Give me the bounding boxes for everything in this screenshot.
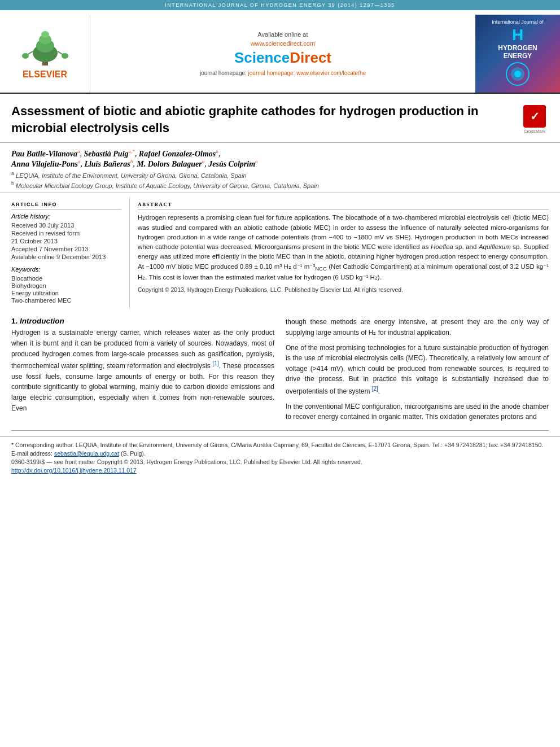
authors-line: Pau Batlle-Vilanovaa, Sebastià Puiga,*, … [11, 148, 549, 168]
keywords-label: Keywords: [11, 266, 121, 273]
history-item-1: Received 30 July 2013 [11, 222, 121, 229]
author-rafael: Rafael Gonzalez-Olmos [139, 150, 216, 158]
author-lluis: Lluís Bañeras [84, 159, 130, 168]
affiliation-b: b Molecular Microbial Ecology Group, Ins… [11, 181, 549, 189]
journal-logo-h: H [512, 26, 523, 44]
abstract-col: ABSTRACT Hydrogen represents a promising… [130, 197, 554, 309]
journal-homepage: journal homepage: journal homepage: www.… [200, 70, 366, 76]
journal-logo-area: International Journal of H HYDROGEN ENER… [475, 15, 560, 93]
svg-point-7 [22, 53, 29, 59]
ref-2[interactable]: [2] [372, 386, 378, 392]
journal-logo-intl: International Journal of [492, 19, 544, 26]
issn-footnote: 0360-3199/$ — see front matter Copyright… [11, 458, 549, 465]
article-title: Assessment of biotic and abiotic graphit… [11, 103, 514, 136]
journal-logo-hydrogen: HYDROGEN [498, 44, 537, 52]
history-item-5: Available online 9 December 2013 [11, 254, 121, 260]
article-history-label: Article history: [11, 213, 121, 220]
crossmark-label: CrossMark [524, 129, 546, 134]
crossmark-badge: ✓ CrossMark [520, 103, 549, 134]
article-title-text: Assessment of biotic and abiotic graphit… [11, 103, 514, 136]
keyword-1: Biocathode [11, 275, 121, 282]
email-footnote: E-mail address: sebastia@lequia.udg.cat … [11, 450, 549, 457]
keyword-3: Energy utilization [11, 290, 121, 296]
doi-link[interactable]: http://dx.doi.org/10.1016/j.ijhydene.201… [11, 467, 137, 474]
abstract-copyright: Copyright © 2013, Hydrogen Energy Public… [138, 286, 549, 293]
sciencedirect-url: www.sciencedirect.com [251, 39, 315, 48]
elsevier-tree-icon [20, 28, 71, 67]
body-right-col: though these methods are energy intensiv… [286, 317, 549, 426]
intro-paragraph-4: In the conventional MEC configuration, m… [286, 401, 549, 422]
abstract-text: Hydrogen represents a promising clean fu… [138, 213, 549, 282]
article-body: 1. Introduction Hydrogen is a sustainabl… [0, 309, 560, 426]
ref-1[interactable]: [1] [212, 360, 218, 366]
keyword-4: Two-chambered MEC [11, 297, 121, 304]
section-1-number: 1. Introduction [11, 317, 274, 325]
article-title-section: Assessment of biotic and abiotic graphit… [0, 94, 560, 142]
svg-point-8 [62, 53, 68, 59]
author-anna: Anna Vilajeliu-Pons [11, 159, 78, 168]
article-info-col: ARTICLE INFO Article history: Received 3… [6, 197, 130, 309]
authors-section: Pau Batlle-Vilanovaa, Sebastià Puiga,*, … [0, 143, 560, 193]
intro-paragraph-3: One of the most promising technologies f… [286, 343, 549, 397]
intro-paragraph-2: though these methods are energy intensiv… [286, 317, 549, 338]
journal-header: ELSEVIER Available online at www.science… [0, 10, 560, 94]
journal-logo-graphic [504, 60, 532, 88]
keyword-2: Biohydrogen [11, 282, 121, 289]
journal-center-info: Available online at www.sciencedirect.co… [90, 15, 475, 93]
journal-banner-text: INTERNATIONAL JOURNAL OF HYDROGEN ENERGY… [165, 2, 395, 8]
author-dolors: M. Dolors Balaguer [137, 159, 202, 168]
journal-logo-energy: ENERGY [504, 52, 532, 60]
footnote-divider [11, 430, 549, 431]
svg-point-11 [514, 71, 521, 77]
sciencedirect-logo: ScienceDirect [234, 49, 331, 67]
crossmark-icon: ✓ [523, 105, 546, 128]
article-info-abstract-section: ARTICLE INFO Article history: Received 3… [0, 197, 560, 309]
history-item-2: Received in revised form [11, 230, 121, 237]
svg-point-4 [41, 31, 49, 38]
elsevier-label: ELSEVIER [23, 69, 67, 80]
abstract-header: ABSTRACT [138, 202, 549, 209]
body-left-col: 1. Introduction Hydrogen is a sustainabl… [11, 317, 274, 426]
doi-footnote: http://dx.doi.org/10.1016/j.ijhydene.201… [11, 467, 549, 474]
author-jesus: Jesús Colprim [208, 159, 255, 168]
email-link[interactable]: sebastia@lequia.udg.cat [54, 450, 119, 457]
elsevier-logo-area: ELSEVIER [0, 15, 90, 93]
affiliation-a: a LEQUiA, Institute of the Environment, … [11, 171, 549, 179]
intro-paragraph-1: Hydrogen is a sustainable energy carrier… [11, 327, 274, 413]
journal-banner: INTERNATIONAL JOURNAL OF HYDROGEN ENERGY… [0, 0, 560, 10]
history-item-4: Accepted 7 November 2013 [11, 246, 121, 252]
corresponding-author-footnote: * Corresponding author. LEQUiA, Institut… [11, 442, 549, 448]
history-item-3: 21 October 2013 [11, 238, 121, 244]
article-info-header: ARTICLE INFO [11, 202, 121, 209]
footnote-area: * Corresponding author. LEQUiA, Institut… [0, 436, 560, 480]
section-1-title: Introduction [20, 317, 64, 325]
author-pau: Pau Batlle-Vilanova [11, 150, 77, 158]
available-online-text: Available online at [257, 31, 308, 38]
author-sebastia: Sebastià Puig [84, 150, 129, 158]
